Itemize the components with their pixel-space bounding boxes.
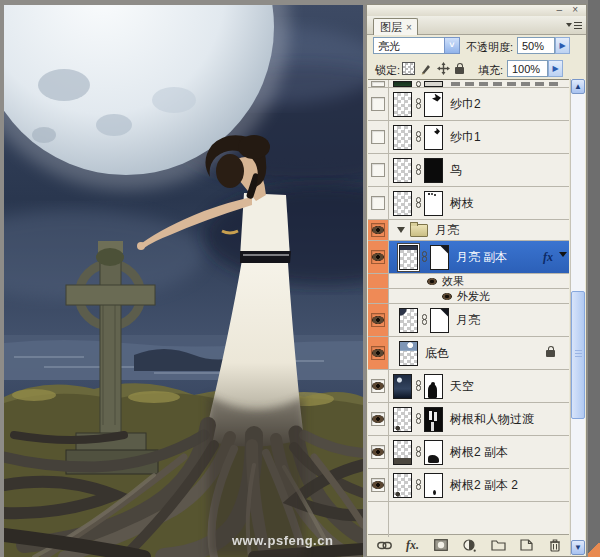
resize-grip[interactable] [588,543,600,557]
layer-name[interactable]: 树根2 副本 2 [450,477,518,494]
layer-row[interactable]: 鸟 [368,154,569,187]
layer-thumbnail[interactable] [393,440,412,465]
visibility-toggle[interactable] [368,154,388,186]
lock-all-icon[interactable] [455,67,464,74]
layer-name[interactable]: 天空 [450,378,474,395]
visibility-toggle[interactable] [368,220,388,240]
panel-titlebar[interactable]: – × [367,5,586,16]
layer-mask-thumbnail[interactable] [424,440,443,465]
visibility-toggle[interactable] [368,436,388,468]
visibility-toggle[interactable] [368,337,388,369]
effect-item-label[interactable]: 外发光 [457,289,490,304]
add-layer-mask-icon[interactable] [433,538,449,552]
scrollbar-thumb[interactable] [571,291,585,419]
layer-row[interactable]: 树根和人物过渡 [368,403,569,436]
effects-header-row[interactable]: 效果 [368,274,569,289]
fill-input[interactable]: 100% [507,60,548,77]
layer-mask-thumbnail[interactable] [424,374,443,399]
opacity-input[interactable]: 50% [517,37,555,54]
tab-close-icon[interactable]: × [406,22,412,33]
effects-header-label[interactable]: 效果 [442,274,464,289]
layer-mask-thumbnail[interactable] [424,92,443,117]
scrollbar[interactable]: ▲ ▼ [570,79,585,555]
layer-thumbnail[interactable] [393,191,412,216]
new-group-icon[interactable] [490,538,506,552]
layer-name[interactable]: 鸟 [450,162,462,179]
layer-row[interactable]: 树根2 副本 [368,436,569,469]
layer-row-selected[interactable]: 月亮 副本 fx [368,241,569,274]
scroll-down-icon[interactable]: ▼ [571,540,585,555]
layer-mask-thumbnail[interactable] [424,158,443,183]
layer-row[interactable]: 树根2 副本 2 [368,469,569,502]
layer-thumbnail[interactable] [399,245,418,270]
link-layers-icon[interactable] [376,538,392,552]
visibility-toggle[interactable] [368,187,388,219]
tab-layers[interactable]: 图层× [373,18,418,35]
close-button[interactable]: × [572,5,578,15]
fill-arrow-icon[interactable]: ▶ [548,60,563,77]
layer-row-partial[interactable] [368,80,569,88]
layer-thumbnail[interactable] [393,374,412,399]
layer-mask-thumbnail[interactable] [430,308,449,333]
layer-mask-thumbnail[interactable] [424,407,443,432]
panel-menu-icon[interactable] [566,20,582,31]
layer-name[interactable]: 纱巾2 [450,96,481,113]
layer-style-icon[interactable]: fx. [405,538,421,552]
visibility-toggle[interactable] [368,80,388,87]
group-name[interactable]: 月亮 [435,222,459,239]
layer-name[interactable]: 树枝 [450,195,474,212]
eye-icon[interactable] [442,293,452,300]
delete-layer-trash-icon[interactable] [547,538,563,552]
layer-mask-thumbnail[interactable] [424,125,443,150]
visibility-toggle[interactable] [368,403,388,435]
lock-position-move-icon[interactable] [437,62,450,75]
visibility-toggle[interactable] [368,370,388,402]
layers-panel: – × 图层× 亮光 ˅ 不透明度: 50% ▶ 锁定: 填充: 100% ▶ [366,4,587,557]
layer-row[interactable]: 月亮 [368,304,569,337]
lock-pixels-brush-icon[interactable] [420,62,432,75]
layer-mask-thumbnail[interactable] [424,81,443,87]
opacity-arrow-icon[interactable]: ▶ [555,37,570,54]
visibility-toggle[interactable] [368,241,388,273]
new-adjustment-layer-icon[interactable] [462,538,478,552]
group-row-moon[interactable]: 月亮 [368,220,569,241]
layer-thumbnail[interactable] [399,308,418,333]
layer-name[interactable]: 底色 [425,345,449,362]
eye-icon[interactable] [427,278,437,285]
layer-mask-thumbnail[interactable] [430,245,449,270]
effect-item-row[interactable]: 外发光 [368,289,569,304]
layer-name[interactable]: 树根2 副本 [450,444,508,461]
visibility-toggle[interactable] [368,88,388,120]
expand-triangle-icon[interactable] [397,227,405,233]
new-layer-icon[interactable] [519,538,535,552]
layer-row[interactable]: 天空 [368,370,569,403]
layer-mask-thumbnail[interactable] [424,473,443,498]
layer-name[interactable]: 月亮 副本 [456,249,507,266]
fx-badge-icon[interactable]: fx [543,250,553,265]
visibility-toggle[interactable] [368,469,388,501]
lock-transparency-icon[interactable] [402,62,415,75]
layer-name[interactable]: 纱巾1 [450,129,481,146]
layer-thumbnail[interactable] [393,81,412,87]
visibility-toggle[interactable] [368,121,388,153]
group-folder-icon [410,224,428,237]
layer-mask-thumbnail[interactable] [424,191,443,216]
scroll-up-icon[interactable]: ▲ [571,79,585,94]
minimize-button[interactable]: – [556,5,562,15]
collapse-effects-icon[interactable] [559,252,567,257]
blend-mode-select[interactable]: 亮光 [373,37,445,54]
layer-thumbnail[interactable] [393,158,412,183]
layer-thumbnail[interactable] [393,125,412,150]
layer-thumbnail[interactable] [393,92,412,117]
layer-row[interactable]: 纱巾1 [368,121,569,154]
visibility-toggle[interactable] [368,304,388,336]
layer-name[interactable]: 月亮 [456,312,480,329]
layer-thumbnail[interactable] [399,341,418,366]
layer-thumbnail[interactable] [393,473,412,498]
layer-row[interactable]: 底色 [368,337,569,370]
layer-row[interactable]: 纱巾2 [368,88,569,121]
layer-name[interactable]: 树根和人物过渡 [450,411,534,428]
chevron-down-icon[interactable]: ˅ [444,37,460,54]
layer-row[interactable]: 树枝 [368,187,569,220]
layer-thumbnail[interactable] [393,407,412,432]
